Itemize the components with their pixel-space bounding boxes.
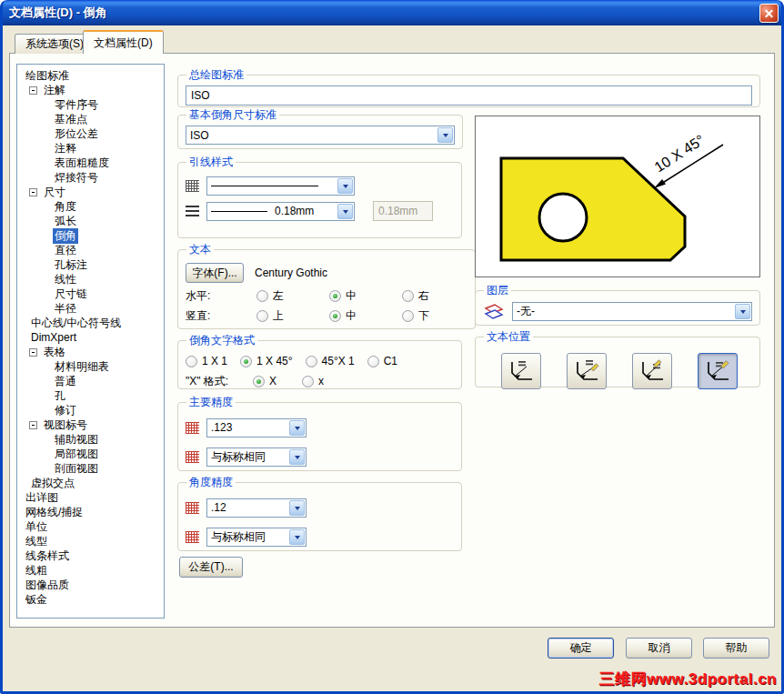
radio-horizontal-center[interactable]: 中 [329, 288, 395, 304]
radio-icon [402, 290, 414, 302]
font-button[interactable]: 字体(F)... [186, 263, 244, 283]
radio-format-45x1[interactable]: 45°X 1 [306, 355, 355, 367]
tree-item[interactable]: 注解 [17, 83, 164, 97]
radio-x-uppercase[interactable]: X [253, 375, 295, 387]
angle-tolerance-combo[interactable]: 与标称相同 [206, 528, 307, 547]
tree-item[interactable]: 表面粗糙度 [17, 156, 164, 170]
tree-item[interactable]: 线粗 [17, 563, 164, 578]
tree-item[interactable]: 尺寸链 [17, 287, 164, 301]
primary-precision-icon [186, 422, 199, 434]
tree-item[interactable]: 局部视图 [17, 447, 164, 461]
radio-label: 1 X 45° [256, 355, 293, 367]
tree-item[interactable]: 单位 [17, 519, 164, 534]
leader-line-style-combo[interactable] [206, 176, 355, 196]
tree-item[interactable]: 尺寸 [17, 185, 164, 199]
tree-expander-icon[interactable] [29, 348, 37, 357]
tree-expander-icon[interactable] [29, 421, 37, 429]
text-position-option-4-button[interactable] [698, 353, 738, 389]
primary-tolerance-precision-icon [186, 451, 199, 463]
tree-item[interactable]: 注释 [17, 141, 164, 156]
radio-horizontal-right[interactable]: 右 [402, 288, 467, 304]
tree-item[interactable]: 线性 [17, 272, 164, 287]
tree-item[interactable]: 角度 [17, 199, 164, 214]
tab-document-properties[interactable]: 文档属性(D) [83, 30, 164, 54]
cancel-button[interactable]: 取消 [626, 638, 692, 659]
text-position-3-icon [638, 359, 666, 383]
tree-item-label: 角度 [53, 199, 78, 215]
radio-horizontal-left[interactable]: 左 [256, 288, 322, 304]
tree-item[interactable]: 辅助视图 [17, 432, 164, 447]
base-standard-combo[interactable]: ISO [186, 126, 455, 145]
tree-item[interactable]: 修订 [17, 403, 164, 417]
group-primary-precision: 主要精度 .123 与标称相同 [177, 395, 462, 471]
layer-combo[interactable]: -无- [512, 302, 752, 321]
tree-item[interactable]: 焊接符号 [17, 170, 164, 185]
help-button[interactable]: 帮助 [703, 638, 769, 659]
text-position-option-1-button[interactable] [501, 353, 541, 389]
radio-vertical-top[interactable]: 上 [256, 308, 322, 324]
primary-precision-combo[interactable]: .123 [206, 418, 307, 438]
leader-arrowhead-icon [654, 179, 666, 188]
tree-item[interactable]: 弧长 [17, 214, 164, 228]
tree-item[interactable]: 中心线/中心符号线 [17, 316, 164, 330]
radio-x-lowercase[interactable]: x [302, 375, 324, 387]
leader-thickness-combo[interactable]: 0.18mm [206, 202, 355, 221]
angle-precision-combo[interactable]: .12 [206, 498, 307, 518]
tree-item[interactable]: 出详图 [17, 490, 164, 505]
primary-tolerance-combo[interactable]: 与标称相同 [206, 448, 307, 467]
dropdown-arrow-icon[interactable] [289, 449, 305, 465]
tree-expander-icon[interactable] [29, 188, 37, 196]
tree-item[interactable]: 材料明细表 [17, 359, 164, 374]
tree-item[interactable]: DimXpert [17, 330, 164, 345]
dropdown-arrow-icon[interactable] [289, 529, 305, 545]
dropdown-arrow-icon[interactable] [337, 204, 353, 219]
dropdown-arrow-icon[interactable] [289, 420, 305, 436]
dropdown-arrow-icon[interactable] [337, 178, 353, 194]
tolerance-button[interactable]: 公差(T)... [179, 557, 243, 578]
tree-item[interactable]: 孔 [17, 388, 164, 403]
text-position-option-2-button[interactable] [567, 353, 607, 389]
tree-item-label: 线条样式 [24, 548, 71, 564]
dropdown-arrow-icon[interactable] [437, 127, 453, 143]
group-angle-precision: 角度精度 .12 与标称相同 [177, 475, 462, 551]
overall-standard-field[interactable]: ISO [186, 85, 752, 106]
tree-item-label: 局部视图 [53, 447, 100, 462]
tree-item[interactable]: 线条样式 [17, 548, 164, 563]
dropdown-arrow-icon[interactable] [289, 500, 305, 516]
vertical-label: 竖直: [186, 308, 249, 324]
text-position-option-3-button[interactable] [632, 353, 672, 389]
tree-item[interactable]: 直径 [17, 243, 164, 257]
tree-item[interactable]: 钣金 [17, 592, 164, 607]
tree-item[interactable]: 线型 [17, 534, 164, 548]
window-titlebar[interactable]: 文档属性(D) - 倒角 [0, 0, 784, 25]
tree-item[interactable]: 绘图标准 [17, 68, 164, 83]
tree-item[interactable]: 倒角 [17, 228, 164, 243]
tree-item[interactable]: 孔标注 [17, 257, 164, 272]
tree-item[interactable]: 视图标号 [17, 417, 164, 432]
tree-item[interactable]: 剖面视图 [17, 461, 164, 476]
dropdown-arrow-icon[interactable] [735, 304, 750, 319]
ok-button[interactable]: 确定 [548, 638, 614, 659]
radio-vertical-bottom[interactable]: 下 [402, 308, 467, 324]
tree-item[interactable]: 表格 [17, 345, 164, 359]
radio-format-1x45[interactable]: 1 X 45° [240, 355, 293, 367]
group-title-leader-style: 引线样式 [186, 155, 236, 170]
tree-item-label: 表面粗糙度 [53, 156, 111, 171]
radio-vertical-center[interactable]: 中 [329, 308, 395, 324]
radio-format-c1[interactable]: C1 [367, 355, 397, 367]
tree-item[interactable]: 虚拟交点 [17, 476, 164, 490]
tree-item[interactable]: 网格线/捕捉 [17, 505, 164, 519]
tree-expander-icon[interactable] [29, 86, 37, 95]
tree-item[interactable]: 图像品质 [17, 578, 164, 592]
tree-item-label: 钣金 [24, 592, 49, 608]
radio-format-1x1[interactable]: 1 X 1 [186, 355, 227, 367]
tree-item[interactable]: 形位公差 [17, 126, 164, 141]
tree-item[interactable]: 普通 [17, 374, 164, 388]
close-button[interactable] [759, 4, 779, 23]
leader-thickness-value: 0.18mm [207, 205, 337, 217]
tree-item[interactable]: 基准点 [17, 112, 164, 126]
tree-item[interactable]: 零件序号 [17, 97, 164, 112]
group-base-chamfer-standard: 基本倒角尺寸标准 ISO [177, 107, 463, 149]
tree-item-label: 线型 [24, 534, 49, 549]
tree-item[interactable]: 半径 [17, 301, 164, 316]
